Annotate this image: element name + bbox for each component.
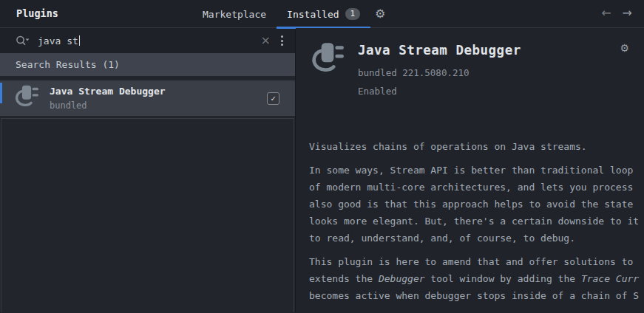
history-navigation: ← → <box>601 6 632 20</box>
back-arrow-icon[interactable]: ← <box>601 6 611 20</box>
plugin-detail-icon <box>309 38 346 97</box>
tab-installed[interactable]: Installed 1 <box>277 0 370 28</box>
plugin-description: Visualizes chains of operations on Java … <box>309 138 644 304</box>
plugin-list-panel: java st × Search Results (1) <box>0 28 296 312</box>
clear-search-icon[interactable]: × <box>261 35 271 47</box>
plugin-bundled-label: bundled <box>50 100 166 111</box>
search-bar[interactable]: java st × <box>0 28 295 53</box>
forward-arrow-icon[interactable]: → <box>623 6 632 20</box>
plugin-name: Java Stream Debugger <box>50 86 166 97</box>
topbar: Plugins Marketplace Installed 1 ⚙ ← → <box>0 0 644 28</box>
content-area: java st × Search Results (1) <box>0 28 644 312</box>
tab-bar: Marketplace Installed 1 <box>192 0 370 28</box>
checkmark-icon: ✓ <box>271 94 276 103</box>
tab-marketplace[interactable]: Marketplace <box>192 0 277 28</box>
search-options-kebab-icon[interactable] <box>281 35 283 46</box>
description-line: to read, understand, and, of course, to … <box>309 230 644 247</box>
plugin-detail-panel: Java Stream Debugger bundled 221.5080.21… <box>296 28 644 312</box>
plugin-icon <box>13 83 41 114</box>
selection-stripe <box>0 83 2 103</box>
search-results-header: Search Results (1) <box>0 53 295 76</box>
tab-installed-label: Installed <box>287 9 339 20</box>
detail-header: Java Stream Debugger bundled 221.5080.21… <box>309 38 644 97</box>
description-line: of modern multi-core architectures, and … <box>309 179 644 196</box>
settings-gear-icon[interactable]: ⚙ <box>375 7 385 21</box>
plugin-version: bundled 221.5080.210 <box>358 67 521 78</box>
plugin-detail-title: Java Stream Debugger <box>358 43 521 58</box>
search-icon <box>15 35 30 47</box>
text-caret <box>79 35 81 46</box>
list-empty-area <box>1 118 294 312</box>
plugin-options-gear-icon[interactable]: ⚙ <box>620 42 629 54</box>
description-line: Visualizes chains of operations on Java … <box>309 138 644 155</box>
plugin-status: Enabled <box>358 86 521 97</box>
plugin-list-item[interactable]: Java Stream Debugger bundled ✓ <box>0 80 295 116</box>
plugins-settings-window: Plugins Marketplace Installed 1 ⚙ ← → <box>0 0 644 313</box>
description-line: extends the Debugger tool window by addi… <box>309 270 644 287</box>
description-line: This plugin is here to amend that and of… <box>309 253 644 270</box>
description-line: In some ways, Stream API is better than … <box>309 162 644 179</box>
description-line: looks more elegant. But, there's a certa… <box>309 213 644 230</box>
installed-count-badge: 1 <box>345 8 361 20</box>
search-input-value: java st <box>38 35 78 47</box>
description-line: becomes active when debugger stops insid… <box>309 287 644 304</box>
page-title: Plugins <box>16 7 58 19</box>
description-line: also good is that this approach helps to… <box>309 196 644 213</box>
search-input[interactable]: java st <box>38 35 80 47</box>
plugin-enabled-checkbox[interactable]: ✓ <box>267 92 279 105</box>
tab-marketplace-label: Marketplace <box>203 9 266 20</box>
